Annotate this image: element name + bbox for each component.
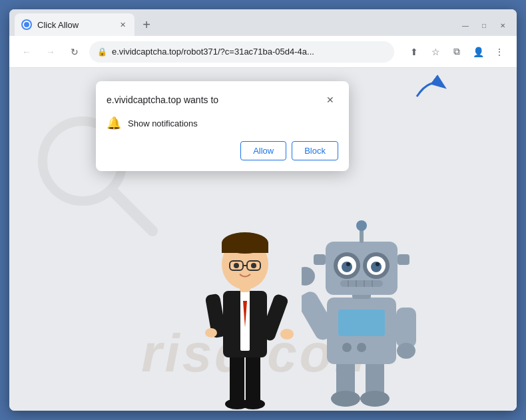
notification-popup: e.vividcaptcha.top wants to ✕ 🔔 Show not… xyxy=(96,81,349,171)
close-button[interactable]: ✕ xyxy=(494,19,511,32)
url-text: e.vividcaptcha.top/robot371/?c=31ac71ba-… xyxy=(112,47,386,57)
browser-window: Click Allow ✕ + — □ ✕ ← → ↻ 🔒 e.vividcap… xyxy=(9,9,517,411)
popup-title: e.vividcaptcha.top wants to xyxy=(107,95,218,105)
man-character xyxy=(195,204,295,411)
svg-point-11 xyxy=(280,329,294,339)
popup-header: e.vividcaptcha.top wants to ✕ xyxy=(107,92,338,108)
forward-button[interactable]: → xyxy=(41,43,60,61)
svg-rect-47 xyxy=(397,254,409,265)
maximize-button[interactable]: □ xyxy=(475,19,493,32)
svg-line-1 xyxy=(113,191,152,231)
profile-button[interactable]: 👤 xyxy=(469,43,487,61)
svg-rect-3 xyxy=(246,351,260,404)
block-button[interactable]: Block xyxy=(292,141,338,160)
bookmark-button[interactable]: ☆ xyxy=(426,43,445,61)
tab-close-button[interactable]: ✕ xyxy=(117,19,128,30)
address-bar: ← → ↻ 🔒 e.vividcaptcha.top/robot371/?c=3… xyxy=(9,36,517,68)
svg-point-19 xyxy=(234,263,239,268)
menu-button[interactable]: ⋮ xyxy=(490,43,509,61)
split-view-button[interactable]: ⧉ xyxy=(447,43,466,61)
svg-rect-27 xyxy=(338,310,385,336)
svg-point-28 xyxy=(342,343,352,352)
svg-rect-2 xyxy=(230,351,244,404)
url-actions: ⬆ ☆ ⧉ 👤 ⋮ xyxy=(405,43,509,61)
robot-character xyxy=(302,204,421,411)
tab-bar: Click Allow ✕ + — □ ✕ xyxy=(9,9,517,36)
svg-point-31 xyxy=(302,267,315,286)
svg-point-42 xyxy=(346,262,350,266)
tab-favicon xyxy=(21,19,32,30)
popup-buttons: Allow Block xyxy=(107,141,338,160)
page-content: risq.com xyxy=(9,68,517,411)
reload-button[interactable]: ↻ xyxy=(65,43,84,61)
svg-point-33 xyxy=(397,343,415,359)
svg-point-5 xyxy=(241,399,265,409)
characters xyxy=(195,204,421,411)
active-tab[interactable]: Click Allow ✕ xyxy=(15,13,134,36)
lock-icon: 🔒 xyxy=(97,47,107,57)
svg-point-24 xyxy=(331,391,360,407)
minimize-button[interactable]: — xyxy=(457,19,474,32)
window-controls: — □ ✕ xyxy=(457,19,511,32)
svg-rect-32 xyxy=(396,308,416,347)
tab-title: Click Allow xyxy=(37,20,112,30)
svg-point-29 xyxy=(357,343,366,352)
bell-icon: 🔔 xyxy=(107,116,121,130)
share-button[interactable]: ⬆ xyxy=(405,43,423,61)
svg-rect-15 xyxy=(222,243,268,253)
allow-button[interactable]: Allow xyxy=(240,141,286,160)
notification-text: Show notifications xyxy=(128,118,198,128)
popup-close-button[interactable]: ✕ xyxy=(322,92,338,108)
svg-point-43 xyxy=(376,262,380,266)
svg-point-25 xyxy=(360,391,390,407)
svg-rect-46 xyxy=(314,254,326,265)
url-bar[interactable]: 🔒 e.vividcaptcha.top/robot371/?c=31ac71b… xyxy=(89,41,394,63)
svg-point-20 xyxy=(251,263,256,268)
popup-notification-row: 🔔 Show notifications xyxy=(107,116,338,130)
new-tab-button[interactable]: + xyxy=(137,15,156,34)
svg-point-21 xyxy=(205,328,217,337)
blue-arrow xyxy=(410,73,450,100)
back-button[interactable]: ← xyxy=(17,43,36,61)
svg-point-45 xyxy=(356,220,367,231)
svg-rect-50 xyxy=(340,280,383,287)
